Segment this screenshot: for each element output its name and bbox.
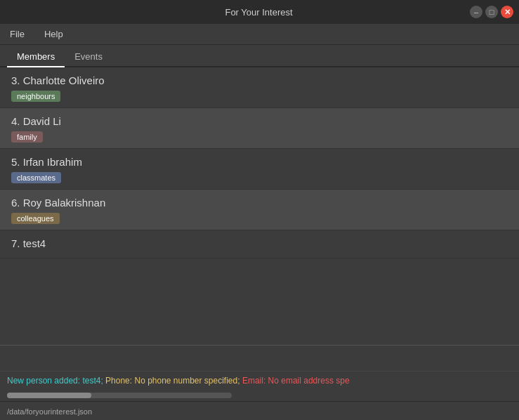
status-bar: New person added: test4; Phone: No phone… [0,371,519,390]
list-item[interactable]: 4. David Lifamily [0,108,519,149]
minimize-button[interactable]: – [470,6,482,18]
list-item[interactable]: 6. Roy Balakrishnancolleagues [0,190,519,230]
member-name: 5. Irfan Ibrahim [11,156,508,168]
list-item[interactable]: 5. Irfan Ibrahimclassmates [0,149,519,190]
status-message: New person added: test4; Phone: No phone… [7,376,512,386]
command-input[interactable] [7,350,512,367]
member-tag: classmates [11,172,61,183]
file-path-text: /data/foryourinterest.json [7,407,92,416]
status-email: Email: No email address spe [242,376,350,386]
scroll-track [7,393,232,398]
list-item[interactable]: 7. test4 [0,230,519,258]
members-list[interactable]: 3. Charlotte Oliveironeighbours4. David … [0,67,519,345]
member-name: 4. David Li [11,115,508,127]
window-controls: – □ ✕ [470,6,513,18]
maximize-button[interactable]: □ [485,6,498,18]
member-tag: colleagues [11,213,60,224]
scroll-thumb [7,393,91,398]
member-name: 6. Roy Balakrishnan [11,197,508,209]
menu-file[interactable]: File [7,27,27,41]
menu-bar: File Help [0,24,519,45]
member-name: 7. test4 [11,237,508,249]
tab-events[interactable]: Events [65,47,112,67]
menu-help[interactable]: Help [41,27,66,41]
list-item[interactable]: 3. Charlotte Oliveironeighbours [0,67,519,108]
tab-members[interactable]: Members [7,47,65,67]
member-name: 3. Charlotte Oliveiro [11,74,508,86]
scroll-indicator [0,390,519,401]
tab-bar: Members Events [0,45,519,67]
status-phone: Phone: No phone number specified; [105,376,242,386]
window-title: For Your Interest [48,7,470,18]
title-bar: For Your Interest – □ ✕ [0,0,519,24]
status-prefix: New person added: test4; [7,376,105,386]
member-tag: family [11,131,43,143]
input-area [0,345,519,371]
main-content: 3. Charlotte Oliveironeighbours4. David … [0,67,519,420]
file-path-bar: /data/foryourinterest.json [0,401,519,420]
member-tag: neighbours [11,91,60,102]
close-button[interactable]: ✕ [501,6,513,18]
